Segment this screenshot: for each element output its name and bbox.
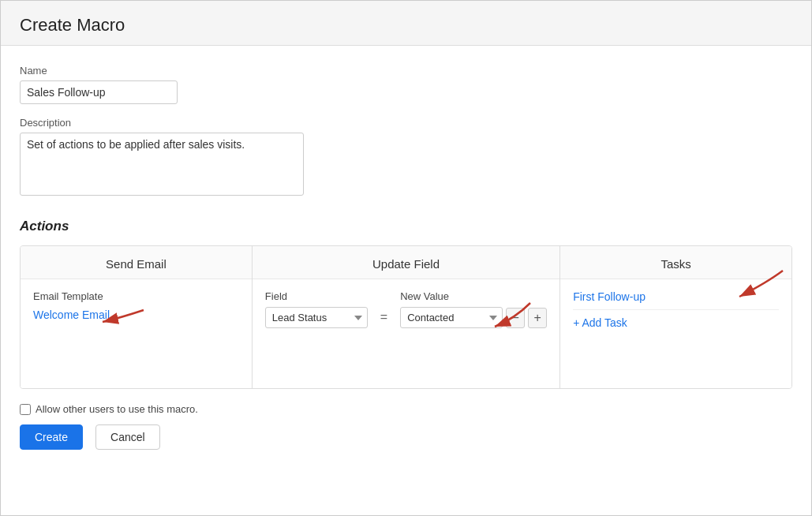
action-buttons: Create Cancel (20, 424, 792, 450)
description-label: Description (20, 117, 792, 129)
minus-button[interactable]: − (506, 308, 525, 328)
new-value-select[interactable]: Contacted Not Contacted Qualified (400, 307, 503, 328)
new-value-label: New Value (400, 290, 547, 302)
plus-button[interactable]: + (528, 308, 547, 328)
field-select[interactable]: Lead Status Contact Name Priority (265, 307, 368, 328)
actions-grid: Send Email Email Template Welcome Email (20, 245, 792, 389)
send-email-body: Email Template Welcome Email (21, 279, 252, 388)
field-col-label: Field (265, 290, 368, 302)
tasks-card: Tasks First Follow-up (560, 246, 791, 388)
description-textarea[interactable]: Set of actions to be applied after sales… (20, 133, 304, 196)
name-field-group: Name (20, 65, 792, 104)
cancel-button[interactable]: Cancel (95, 424, 160, 450)
name-label: Name (20, 65, 792, 77)
update-field-card: Update Field Field Lead Status Contact N… (253, 246, 560, 388)
update-field-header: Update Field (253, 246, 559, 279)
task-item-link[interactable]: First Follow-up (573, 290, 779, 310)
title-bar: Create Macro (1, 1, 811, 46)
plus-icon: + (534, 311, 541, 325)
field-col: Field Lead Status Contact Name Priority (265, 290, 368, 328)
tasks-title: Tasks (660, 257, 690, 271)
equals-sign: = (380, 310, 387, 328)
task-item-wrapper: First Follow-up (573, 290, 779, 310)
tasks-body: First Follow-up (560, 279, 791, 388)
send-email-header: Send Email (21, 246, 252, 279)
actions-section: Actions Send Email Email Template Welcom… (20, 219, 792, 389)
name-input[interactable] (20, 80, 178, 104)
create-macro-window: Create Macro Name Description Set of act… (0, 0, 812, 516)
welcome-email-link[interactable]: Welcome Email (33, 308, 110, 321)
send-email-title: Send Email (106, 257, 167, 271)
new-value-row: Contacted Not Contacted Qualified − (400, 307, 547, 328)
actions-title: Actions (20, 219, 792, 234)
actions-cards-wrapper: Send Email Email Template Welcome Email (20, 245, 792, 389)
add-task-link[interactable]: + Add Task (573, 316, 779, 329)
footer-row: Allow other users to use this macro. (20, 403, 792, 415)
welcome-email-wrapper: Welcome Email (33, 308, 110, 321)
allow-users-label[interactable]: Allow other users to use this macro. (20, 403, 198, 415)
update-field-body: Field Lead Status Contact Name Priority … (253, 279, 559, 388)
minus-icon: − (512, 311, 519, 325)
allow-users-text: Allow other users to use this macro. (36, 403, 198, 415)
tasks-header: Tasks (560, 246, 791, 279)
description-field-group: Description Set of actions to be applied… (20, 117, 792, 198)
field-new-value-columns: Field Lead Status Contact Name Priority … (265, 290, 547, 328)
update-field-title: Update Field (372, 257, 440, 271)
create-button[interactable]: Create (20, 424, 83, 450)
email-template-label: Email Template (33, 290, 239, 302)
send-email-card: Send Email Email Template Welcome Email (21, 246, 253, 388)
main-content: Name Description Set of actions to be ap… (1, 46, 811, 515)
new-value-col: New Value Contacted Not Contacted Qualif… (400, 290, 547, 328)
page-title: Create Macro (20, 15, 792, 36)
allow-users-checkbox[interactable] (20, 404, 31, 415)
